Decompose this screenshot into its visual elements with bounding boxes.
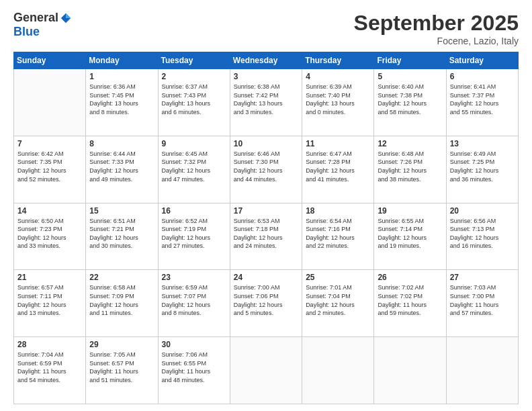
day-number: 28 — [17, 340, 82, 349]
col-wednesday: Wednesday — [230, 52, 302, 69]
day-info: Sunrise: 7:03 AM Sunset: 7:00 PM Dayligh… — [450, 283, 515, 317]
table-row: 10Sunrise: 6:46 AM Sunset: 7:30 PM Dayli… — [230, 136, 302, 203]
day-number: 4 — [306, 72, 370, 81]
col-tuesday: Tuesday — [158, 52, 230, 69]
day-info: Sunrise: 6:44 AM Sunset: 7:33 PM Dayligh… — [89, 150, 154, 183]
day-info: Sunrise: 6:40 AM Sunset: 7:38 PM Dayligh… — [378, 83, 442, 116]
day-info: Sunrise: 6:58 AM Sunset: 7:09 PM Dayligh… — [89, 283, 154, 317]
day-number: 5 — [378, 72, 442, 81]
day-info: Sunrise: 7:00 AM Sunset: 7:06 PM Dayligh… — [234, 283, 298, 317]
day-number: 24 — [234, 273, 298, 282]
day-info: Sunrise: 6:50 AM Sunset: 7:23 PM Dayligh… — [17, 217, 82, 250]
day-info: Sunrise: 6:42 AM Sunset: 7:35 PM Dayligh… — [17, 150, 82, 183]
day-info: Sunrise: 6:45 AM Sunset: 7:32 PM Dayligh… — [162, 150, 226, 183]
day-number: 9 — [162, 139, 226, 148]
day-number: 26 — [378, 273, 442, 282]
day-number: 22 — [89, 273, 154, 282]
table-row: 9Sunrise: 6:45 AM Sunset: 7:32 PM Daylig… — [158, 136, 230, 203]
table-row: 26Sunrise: 7:02 AM Sunset: 7:02 PM Dayli… — [374, 270, 446, 337]
table-row: 6Sunrise: 6:41 AM Sunset: 7:37 PM Daylig… — [446, 69, 518, 136]
day-number: 10 — [234, 139, 298, 148]
table-row: 19Sunrise: 6:55 AM Sunset: 7:14 PM Dayli… — [374, 203, 446, 270]
table-row: 22Sunrise: 6:58 AM Sunset: 7:09 PM Dayli… — [86, 270, 158, 337]
day-number: 19 — [378, 206, 442, 216]
subtitle: Focene, Lazio, Italy — [354, 36, 519, 46]
calendar-week-row: 7Sunrise: 6:42 AM Sunset: 7:35 PM Daylig… — [14, 136, 519, 203]
table-row: 13Sunrise: 6:49 AM Sunset: 7:25 PM Dayli… — [446, 136, 518, 203]
calendar-week-row: 1Sunrise: 6:36 AM Sunset: 7:45 PM Daylig… — [14, 69, 519, 136]
day-info: Sunrise: 6:49 AM Sunset: 7:25 PM Dayligh… — [450, 150, 515, 183]
table-row: 2Sunrise: 6:37 AM Sunset: 7:43 PM Daylig… — [158, 69, 230, 136]
day-number: 13 — [450, 139, 515, 148]
day-info: Sunrise: 6:53 AM Sunset: 7:18 PM Dayligh… — [234, 217, 298, 250]
table-row: 12Sunrise: 6:48 AM Sunset: 7:26 PM Dayli… — [374, 136, 446, 203]
day-info: Sunrise: 7:04 AM Sunset: 6:59 PM Dayligh… — [17, 351, 82, 384]
day-info: Sunrise: 6:52 AM Sunset: 7:19 PM Dayligh… — [162, 217, 226, 250]
col-sunday: Sunday — [14, 52, 86, 69]
day-info: Sunrise: 7:02 AM Sunset: 7:02 PM Dayligh… — [378, 283, 442, 317]
table-row — [14, 69, 86, 136]
table-row: 28Sunrise: 7:04 AM Sunset: 6:59 PM Dayli… — [14, 337, 86, 404]
day-number: 30 — [162, 340, 226, 349]
table-row: 30Sunrise: 7:06 AM Sunset: 6:55 PM Dayli… — [158, 337, 230, 404]
table-row — [302, 337, 374, 404]
day-number: 16 — [162, 206, 226, 216]
col-monday: Monday — [86, 52, 158, 69]
day-number: 14 — [17, 206, 82, 216]
day-number: 27 — [450, 273, 515, 282]
day-info: Sunrise: 6:39 AM Sunset: 7:40 PM Dayligh… — [306, 83, 370, 116]
logo-general-text: General — [13, 11, 58, 25]
day-number: 18 — [306, 206, 370, 216]
day-number: 21 — [17, 273, 82, 282]
logo-blue-text: Blue — [13, 25, 40, 39]
day-number: 6 — [450, 72, 515, 81]
day-number: 11 — [306, 139, 370, 148]
day-info: Sunrise: 6:55 AM Sunset: 7:14 PM Dayligh… — [378, 217, 442, 250]
day-number: 3 — [234, 72, 298, 81]
day-number: 12 — [378, 139, 442, 148]
header: General Blue September 2025 Focene, Lazi… — [13, 11, 519, 46]
table-row: 8Sunrise: 6:44 AM Sunset: 7:33 PM Daylig… — [86, 136, 158, 203]
table-row: 11Sunrise: 6:47 AM Sunset: 7:28 PM Dayli… — [302, 136, 374, 203]
table-row: 3Sunrise: 6:38 AM Sunset: 7:42 PM Daylig… — [230, 69, 302, 136]
day-number: 17 — [234, 206, 298, 216]
calendar-week-row: 14Sunrise: 6:50 AM Sunset: 7:23 PM Dayli… — [14, 203, 519, 270]
table-row: 25Sunrise: 7:01 AM Sunset: 7:04 PM Dayli… — [302, 270, 374, 337]
table-row: 7Sunrise: 6:42 AM Sunset: 7:35 PM Daylig… — [14, 136, 86, 203]
table-row: 23Sunrise: 6:59 AM Sunset: 7:07 PM Dayli… — [158, 270, 230, 337]
day-number: 15 — [89, 206, 154, 216]
day-number: 23 — [162, 273, 226, 282]
logo-icon — [60, 12, 72, 24]
calendar-week-row: 28Sunrise: 7:04 AM Sunset: 6:59 PM Dayli… — [14, 337, 519, 404]
table-row — [446, 337, 518, 404]
table-row: 4Sunrise: 6:39 AM Sunset: 7:40 PM Daylig… — [302, 69, 374, 136]
title-block: September 2025 Focene, Lazio, Italy — [354, 11, 519, 46]
day-info: Sunrise: 6:38 AM Sunset: 7:42 PM Dayligh… — [234, 83, 298, 116]
day-info: Sunrise: 7:01 AM Sunset: 7:04 PM Dayligh… — [306, 283, 370, 317]
table-row: 1Sunrise: 6:36 AM Sunset: 7:45 PM Daylig… — [86, 69, 158, 136]
table-row: 27Sunrise: 7:03 AM Sunset: 7:00 PM Dayli… — [446, 270, 518, 337]
calendar-header-row: Sunday Monday Tuesday Wednesday Thursday… — [14, 52, 519, 69]
calendar-table: Sunday Monday Tuesday Wednesday Thursday… — [13, 52, 519, 404]
table-row: 5Sunrise: 6:40 AM Sunset: 7:38 PM Daylig… — [374, 69, 446, 136]
table-row — [230, 337, 302, 404]
day-info: Sunrise: 7:05 AM Sunset: 6:57 PM Dayligh… — [89, 351, 154, 384]
table-row: 17Sunrise: 6:53 AM Sunset: 7:18 PM Dayli… — [230, 203, 302, 270]
table-row — [374, 337, 446, 404]
table-row: 18Sunrise: 6:54 AM Sunset: 7:16 PM Dayli… — [302, 203, 374, 270]
table-row: 14Sunrise: 6:50 AM Sunset: 7:23 PM Dayli… — [14, 203, 86, 270]
day-number: 20 — [450, 206, 515, 216]
day-number: 1 — [89, 72, 154, 81]
day-info: Sunrise: 6:46 AM Sunset: 7:30 PM Dayligh… — [234, 150, 298, 183]
day-info: Sunrise: 6:36 AM Sunset: 7:45 PM Dayligh… — [89, 83, 154, 116]
day-info: Sunrise: 7:06 AM Sunset: 6:55 PM Dayligh… — [162, 351, 226, 384]
col-saturday: Saturday — [446, 52, 518, 69]
table-row: 21Sunrise: 6:57 AM Sunset: 7:11 PM Dayli… — [14, 270, 86, 337]
day-info: Sunrise: 6:54 AM Sunset: 7:16 PM Dayligh… — [306, 217, 370, 250]
day-number: 8 — [89, 139, 154, 148]
day-info: Sunrise: 6:59 AM Sunset: 7:07 PM Dayligh… — [162, 283, 226, 317]
svg-marker-1 — [66, 13, 71, 17]
day-info: Sunrise: 6:56 AM Sunset: 7:13 PM Dayligh… — [450, 217, 515, 250]
day-info: Sunrise: 6:37 AM Sunset: 7:43 PM Dayligh… — [162, 83, 226, 116]
col-thursday: Thursday — [302, 52, 374, 69]
